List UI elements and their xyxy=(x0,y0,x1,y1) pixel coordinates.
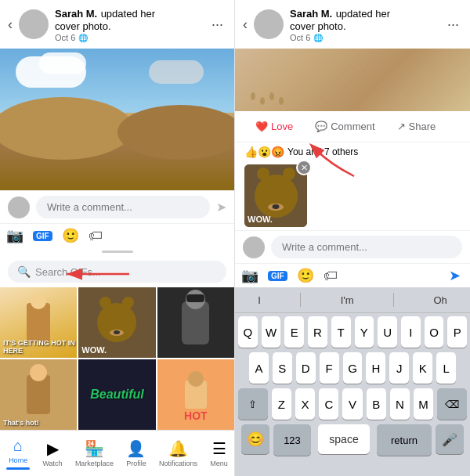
right-post-header: ‹ Sarah M. updated her cover photo. Oct … xyxy=(235,0,470,49)
key-return[interactable]: return xyxy=(377,424,432,456)
key-i[interactable]: I xyxy=(401,316,421,348)
key-t[interactable]: T xyxy=(331,316,351,348)
key-c[interactable]: C xyxy=(319,388,338,420)
gif-preview-wow-label: WOW. xyxy=(248,215,273,224)
right-camera-icon[interactable]: 📷 xyxy=(241,267,258,284)
gif-item-2[interactable]: WOW. xyxy=(78,287,155,358)
right-panel: ‹ Sarah M. updated her cover photo. Oct … xyxy=(235,0,470,476)
key-shift[interactable]: ⇧ xyxy=(238,388,268,420)
suggestion-i[interactable]: I xyxy=(251,294,267,306)
right-send-button[interactable]: ➤ xyxy=(449,267,461,284)
key-m[interactable]: M xyxy=(414,388,433,420)
gif-item-5[interactable]: Beautiful xyxy=(78,359,155,430)
right-action-text2: updated her xyxy=(336,8,390,20)
nav-home[interactable]: ⌂ Home xyxy=(0,435,36,471)
key-u[interactable]: U xyxy=(378,316,397,348)
key-s[interactable]: S xyxy=(273,352,292,384)
left-sticker-icon[interactable]: 🏷 xyxy=(89,228,103,244)
right-red-arrow xyxy=(299,141,362,180)
left-toolbar: 📷 GIF 🙂 🏷 xyxy=(0,223,234,247)
key-q[interactable]: Q xyxy=(238,316,258,348)
right-back-button[interactable]: ‹ xyxy=(243,16,248,33)
gif-item-3[interactable] xyxy=(157,287,234,358)
key-r[interactable]: R xyxy=(308,316,327,348)
left-send-icon[interactable]: ➤ xyxy=(216,200,226,215)
key-o[interactable]: O xyxy=(425,316,444,348)
suggestion-sep-1 xyxy=(300,293,301,307)
suggestion-im[interactable]: I'm xyxy=(334,294,360,306)
right-globe-icon: 🌐 xyxy=(313,34,323,42)
left-gif-badge[interactable]: GIF xyxy=(33,231,52,241)
nav-watch[interactable]: ▶ Watch xyxy=(36,438,68,469)
left-cover-photo xyxy=(0,49,235,190)
cloud3 xyxy=(149,60,204,84)
love-button[interactable]: ❤️ Love xyxy=(244,116,304,137)
right-more-button[interactable]: ··· xyxy=(444,16,462,33)
right-emoji-icon[interactable]: 🙂 xyxy=(297,267,314,284)
key-w[interactable]: W xyxy=(262,316,281,348)
key-space[interactable]: space xyxy=(318,424,370,454)
comment-button[interactable]: 💬 Comment xyxy=(304,116,385,137)
key-h[interactable]: H xyxy=(366,352,385,384)
right-date-row: Oct 6 🌐 xyxy=(290,33,438,42)
right-post-text: Sarah M. updated her xyxy=(290,6,438,20)
key-delete[interactable]: ⌫ xyxy=(437,388,467,420)
left-comment-input[interactable] xyxy=(36,196,210,218)
left-comment-row: ➤ xyxy=(0,190,234,223)
nav-profile-label: Profile xyxy=(126,460,146,467)
key-f[interactable]: F xyxy=(320,352,339,384)
key-e[interactable]: E xyxy=(284,316,304,348)
left-red-arrow xyxy=(63,262,133,286)
nav-marketplace[interactable]: 🏪 Marketplace xyxy=(69,438,120,469)
key-g[interactable]: G xyxy=(343,352,363,384)
key-j[interactable]: J xyxy=(389,352,409,384)
gif-item-4[interactable]: That's hot! xyxy=(0,359,77,430)
gif-item-1[interactable]: IT'S GETTING HOT IN HERE xyxy=(0,287,77,358)
left-emoji-icon[interactable]: 🙂 xyxy=(62,227,79,244)
key-l[interactable]: L xyxy=(436,352,456,384)
left-more-button[interactable]: ··· xyxy=(208,16,226,33)
comment-icon: 💬 xyxy=(315,121,327,132)
gif-label-4: That's hot! xyxy=(3,419,39,427)
gif-search-icon: 🔍 xyxy=(17,265,31,278)
suggestion-sep-2 xyxy=(393,293,394,307)
left-date-row: Oct 6 🌐 xyxy=(55,33,202,42)
right-comment-avatar xyxy=(243,236,265,258)
gif-item-6[interactable]: HOT xyxy=(157,359,234,430)
right-cover-text: cover photo. xyxy=(290,20,438,32)
nav-profile[interactable]: 👤 Profile xyxy=(120,438,153,469)
nav-menu[interactable]: ☰ Menu xyxy=(204,438,234,469)
key-n[interactable]: N xyxy=(390,388,410,420)
left-camera-icon[interactable]: 📷 xyxy=(6,227,24,244)
left-avatar xyxy=(19,9,49,39)
keyboard-rows: Q W E R T Y U I O P A S D F G H J K xyxy=(235,313,470,462)
key-z[interactable]: Z xyxy=(272,388,291,420)
left-back-button[interactable]: ‹ xyxy=(8,16,13,33)
left-user-name[interactable]: Sarah M. xyxy=(55,8,97,20)
left-post-text: Sarah M. updated her xyxy=(55,6,202,20)
key-v[interactable]: V xyxy=(342,388,362,420)
key-emoji[interactable]: 😊 xyxy=(241,424,269,454)
sand-area xyxy=(0,113,235,191)
nav-notifications[interactable]: 🔔 Notifications xyxy=(153,438,204,469)
cloud2 xyxy=(39,52,86,74)
key-d[interactable]: D xyxy=(296,352,316,384)
right-gif-badge[interactable]: GIF xyxy=(268,271,287,281)
right-comment-input[interactable] xyxy=(271,236,462,258)
key-p[interactable]: P xyxy=(447,316,467,348)
like-emojis: 👍😮😡 xyxy=(244,146,284,158)
right-user-name[interactable]: Sarah M. xyxy=(290,8,332,20)
key-mic[interactable]: 🎤 xyxy=(436,424,464,454)
key-k[interactable]: K xyxy=(413,352,432,384)
suggestion-oh[interactable]: Oh xyxy=(427,294,453,306)
key-b[interactable]: B xyxy=(367,388,386,420)
share-button[interactable]: ↗ Share xyxy=(386,116,447,137)
key-x[interactable]: X xyxy=(295,388,315,420)
gif-grid: IT'S GETTING HOT IN HERE WOW. xyxy=(0,287,234,430)
key-numbers[interactable]: 123 xyxy=(273,424,311,456)
key-a[interactable]: A xyxy=(249,352,269,384)
comment-label: Comment xyxy=(331,121,374,132)
right-sticker-icon[interactable]: 🏷 xyxy=(324,268,338,284)
key-y[interactable]: Y xyxy=(355,316,374,348)
right-toolbar: 📷 GIF 🙂 🏷 ➤ xyxy=(235,263,470,287)
